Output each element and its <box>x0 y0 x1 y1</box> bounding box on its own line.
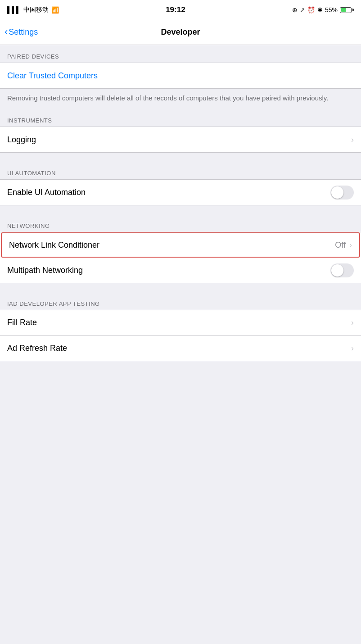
wifi-icon: 📶 <box>51 6 59 14</box>
enable-ui-automation-label: Enable UI Automation <box>7 188 86 197</box>
back-chevron-icon: ‹ <box>5 27 8 37</box>
row-network-link-conditioner[interactable]: Network Link Conditioner Off › <box>1 232 360 258</box>
row-clear-trusted[interactable]: Clear Trusted Computers <box>0 63 361 88</box>
battery-fill <box>341 8 347 12</box>
back-label: Settings <box>9 27 38 37</box>
status-time: 19:12 <box>166 5 185 14</box>
enable-ui-automation-toggle[interactable] <box>330 186 354 200</box>
carrier-label: 中国移动 <box>23 6 49 14</box>
row-ad-refresh-rate[interactable]: Ad Refresh Rate › <box>0 336 361 361</box>
section-header-instruments: INSTRUMENTS <box>0 109 361 127</box>
battery-body <box>340 7 352 13</box>
battery-percent: 55% <box>325 6 338 14</box>
group-iad-testing: Fill Rate › Ad Refresh Rate › <box>0 310 361 361</box>
battery-icon <box>340 7 354 13</box>
location-icon: ⊕ <box>292 6 298 14</box>
paired-devices-description: Removing trusted computers will delete a… <box>0 89 361 109</box>
navigation-icon: ↗ <box>300 6 305 14</box>
back-button[interactable]: ‹ Settings <box>5 27 38 37</box>
row-fill-rate[interactable]: Fill Rate › <box>0 310 361 336</box>
network-link-chevron-icon: › <box>349 240 352 250</box>
section-header-iad-testing: IAD DEVELOPER APP TESTING <box>0 292 361 310</box>
signal-icon: ▌▌▌ <box>7 6 21 14</box>
section-header-paired-devices: PAIRED DEVICES <box>0 45 361 63</box>
logging-right: › <box>351 135 354 145</box>
fill-rate-label: Fill Rate <box>7 318 37 327</box>
network-link-label: Network Link Conditioner <box>9 240 99 250</box>
group-paired-devices: Clear Trusted Computers <box>0 63 361 89</box>
spacer-3 <box>0 283 361 292</box>
multipath-label: Multipath Networking <box>7 266 83 275</box>
row-enable-ui-automation: Enable UI Automation <box>0 180 361 205</box>
status-left: ▌▌▌ 中国移动 📶 <box>7 6 59 14</box>
page-title: Developer <box>161 27 200 37</box>
logging-label: Logging <box>7 135 36 145</box>
spacer-1 <box>0 153 361 162</box>
section-header-ui-automation: UI AUTOMATION <box>0 162 361 179</box>
clear-trusted-label: Clear Trusted Computers <box>7 71 98 81</box>
battery-tip <box>352 9 354 11</box>
alarm-icon: ⏰ <box>307 6 315 14</box>
spacer-2 <box>0 205 361 214</box>
network-link-value: Off <box>335 240 346 250</box>
row-multipath-networking: Multipath Networking <box>0 258 361 283</box>
group-instruments: Logging › <box>0 127 361 153</box>
section-header-networking: NETWORKING <box>0 214 361 232</box>
network-link-right: Off › <box>335 240 352 250</box>
row-logging[interactable]: Logging › <box>0 127 361 152</box>
fill-rate-right: › <box>351 318 354 327</box>
status-bar: ▌▌▌ 中国移动 📶 19:12 ⊕ ↗ ⏰ ✱ 55% <box>0 0 361 20</box>
group-ui-automation: Enable UI Automation <box>0 179 361 205</box>
ad-refresh-label: Ad Refresh Rate <box>7 344 67 353</box>
group-networking: Network Link Conditioner Off › Multipath… <box>0 232 361 283</box>
ad-refresh-chevron-icon: › <box>351 344 354 353</box>
logging-chevron-icon: › <box>351 135 354 145</box>
status-right: ⊕ ↗ ⏰ ✱ 55% <box>292 6 354 14</box>
fill-rate-chevron-icon: › <box>351 318 354 327</box>
nav-bar: ‹ Settings Developer <box>0 20 361 45</box>
ad-refresh-right: › <box>351 344 354 353</box>
multipath-networking-toggle[interactable] <box>330 263 354 277</box>
bluetooth-icon: ✱ <box>317 6 323 14</box>
